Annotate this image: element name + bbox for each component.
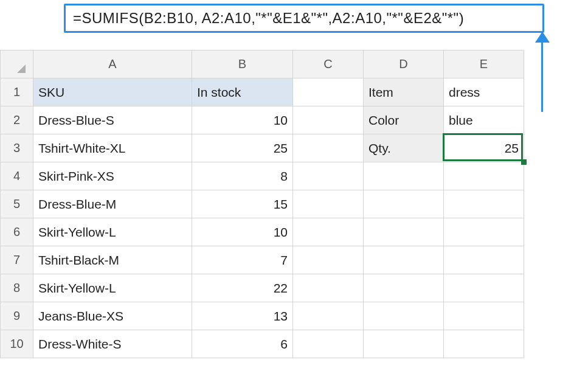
formula-callout: =SUMIFS(B2:B10, A2:A10,"*"&E1&"*",A2:A10…: [64, 4, 544, 33]
cell-D6[interactable]: [364, 218, 444, 246]
cell-E6[interactable]: [444, 218, 524, 246]
row-header[interactable]: 8: [1, 274, 33, 302]
cell-C1[interactable]: [293, 78, 364, 106]
cell-C2[interactable]: [293, 106, 364, 134]
cell-D5[interactable]: [364, 190, 444, 218]
cell-A9[interactable]: Jeans-Blue-XS: [33, 302, 192, 330]
cell-B3[interactable]: 25: [192, 134, 293, 162]
cell-B9[interactable]: 13: [192, 302, 293, 330]
cell-D10[interactable]: [364, 330, 444, 358]
cell-C8[interactable]: [293, 274, 364, 302]
row-header[interactable]: 9: [1, 302, 33, 330]
cell-D8[interactable]: [364, 274, 444, 302]
col-header-A[interactable]: A: [33, 50, 192, 78]
cell-A7[interactable]: Tshirt-Black-M: [33, 246, 192, 274]
cell-B10[interactable]: 6: [192, 330, 293, 358]
row-header[interactable]: 1: [1, 78, 33, 106]
row-header[interactable]: 6: [1, 218, 33, 246]
cell-C9[interactable]: [293, 302, 364, 330]
cell-B1[interactable]: In stock: [192, 78, 293, 106]
col-header-B[interactable]: B: [192, 50, 293, 78]
cell-B7[interactable]: 7: [192, 246, 293, 274]
callout-arrow-head: [535, 32, 550, 43]
cell-D3[interactable]: Qty.: [364, 134, 444, 162]
row-header[interactable]: 10: [1, 330, 33, 358]
cell-E2[interactable]: blue: [444, 106, 524, 134]
cell-C7[interactable]: [293, 246, 364, 274]
cell-E7[interactable]: [444, 246, 524, 274]
cell-E9[interactable]: [444, 302, 524, 330]
cell-C3[interactable]: [293, 134, 364, 162]
cell-A4[interactable]: Skirt-Pink-XS: [33, 162, 192, 190]
cell-A5[interactable]: Dress-Blue-M: [33, 190, 192, 218]
row-header[interactable]: 7: [1, 246, 33, 274]
cell-D2[interactable]: Color: [364, 106, 444, 134]
spreadsheet-grid[interactable]: A B C D E 1 SKU In stock Item dress 2 Dr…: [0, 50, 524, 358]
cell-A6[interactable]: Skirt-Yellow-L: [33, 218, 192, 246]
cell-C5[interactable]: [293, 190, 364, 218]
cell-A2[interactable]: Dress-Blue-S: [33, 106, 192, 134]
col-header-D[interactable]: D: [364, 50, 444, 78]
formula-text: =SUMIFS(B2:B10, A2:A10,"*"&E1&"*",A2:A10…: [73, 10, 464, 27]
cell-B4[interactable]: 8: [192, 162, 293, 190]
cell-E5[interactable]: [444, 190, 524, 218]
cell-E4[interactable]: [444, 162, 524, 190]
cell-D1[interactable]: Item: [364, 78, 444, 106]
col-header-E[interactable]: E: [444, 50, 524, 78]
cell-D9[interactable]: [364, 302, 444, 330]
corner-select-all[interactable]: [1, 50, 33, 78]
cell-C10[interactable]: [293, 330, 364, 358]
cell-C6[interactable]: [293, 218, 364, 246]
cell-E1[interactable]: dress: [444, 78, 524, 106]
row-header[interactable]: 4: [1, 162, 33, 190]
cell-E10[interactable]: [444, 330, 524, 358]
row-header[interactable]: 3: [1, 134, 33, 162]
cell-E3[interactable]: 25: [444, 134, 524, 162]
cell-A1[interactable]: SKU: [33, 78, 192, 106]
cell-C4[interactable]: [293, 162, 364, 190]
cell-B6[interactable]: 10: [192, 218, 293, 246]
cell-B5[interactable]: 15: [192, 190, 293, 218]
cell-A8[interactable]: Skirt-Yellow-L: [33, 274, 192, 302]
select-all-triangle-icon: [17, 64, 26, 73]
fill-handle[interactable]: [521, 159, 527, 165]
cell-B8[interactable]: 22: [192, 274, 293, 302]
cell-A10[interactable]: Dress-White-S: [33, 330, 192, 358]
row-header[interactable]: 2: [1, 106, 33, 134]
cell-D4[interactable]: [364, 162, 444, 190]
cell-B2[interactable]: 10: [192, 106, 293, 134]
row-header[interactable]: 5: [1, 190, 33, 218]
callout-arrow-line: [541, 33, 543, 112]
cell-A3[interactable]: Tshirt-White-XL: [33, 134, 192, 162]
cell-D7[interactable]: [364, 246, 444, 274]
col-header-C[interactable]: C: [293, 50, 364, 78]
cell-E8[interactable]: [444, 274, 524, 302]
